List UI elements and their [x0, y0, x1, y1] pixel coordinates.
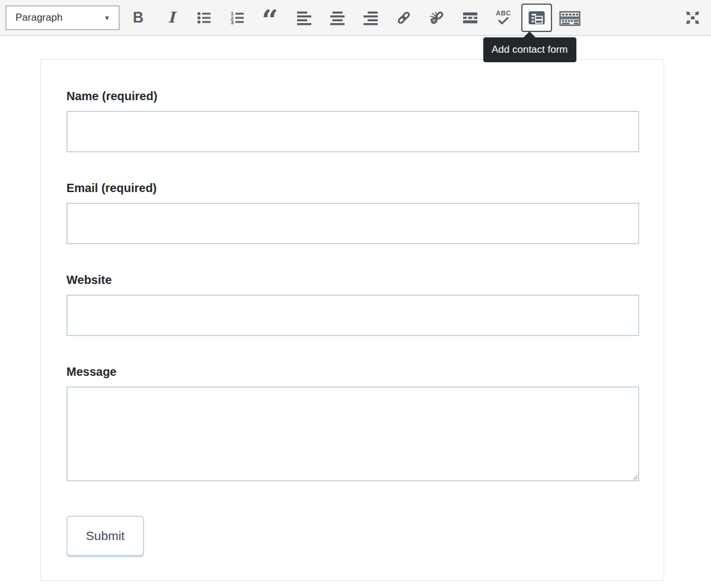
bold-icon: B	[133, 10, 144, 25]
spellcheck-icon: ABC	[496, 10, 511, 25]
add-contact-form-button[interactable]	[521, 4, 552, 32]
editor-toolbar: Paragraph ▼ B I 1 2 3	[0, 0, 711, 36]
contact-form-icon	[527, 8, 547, 28]
blockquote-icon: “	[263, 9, 279, 26]
bulleted-list-icon	[196, 9, 213, 26]
email-field-label: Email (required)	[66, 181, 639, 195]
more-tag-icon	[462, 9, 479, 26]
bulleted-list-button[interactable]	[196, 5, 213, 31]
fullscreen-button[interactable]	[684, 5, 701, 31]
numbered-list-button[interactable]: 1 2 3	[229, 5, 246, 31]
chevron-down-icon: ▼	[104, 14, 110, 21]
insert-link-button[interactable]	[396, 5, 412, 31]
spellcheck-button[interactable]: ABC	[495, 5, 512, 31]
email-input[interactable]	[66, 203, 639, 244]
svg-text:“: “	[263, 9, 278, 26]
insert-more-tag-button[interactable]	[462, 5, 479, 31]
svg-text:3: 3	[231, 20, 234, 25]
align-center-icon	[329, 9, 346, 26]
italic-icon: I	[168, 10, 175, 25]
numbered-list-icon: 1 2 3	[229, 9, 246, 26]
align-right-icon	[362, 9, 379, 26]
message-textarea[interactable]	[66, 386, 639, 481]
paragraph-format-dropdown[interactable]: Paragraph ▼	[5, 5, 120, 30]
tooltip-text: Add contact form	[492, 44, 568, 56]
name-input[interactable]	[66, 111, 639, 152]
align-center-button[interactable]	[329, 5, 346, 31]
submit-button[interactable]: Submit	[66, 516, 144, 556]
paragraph-format-value: Paragraph	[15, 12, 62, 24]
add-contact-form-tooltip: Add contact form	[483, 37, 576, 62]
contact-form-preview: Name (required) Email (required) Website…	[40, 59, 664, 581]
name-field-label: Name (required)	[66, 89, 639, 103]
italic-button[interactable]: I	[163, 5, 180, 31]
link-icon	[396, 9, 412, 27]
keyboard-icon	[559, 9, 581, 26]
website-field-label: Website	[66, 273, 639, 287]
message-field-label: Message	[66, 365, 639, 379]
align-right-button[interactable]	[362, 5, 379, 31]
blockquote-button[interactable]: “	[263, 5, 279, 31]
fullscreen-icon	[684, 9, 701, 27]
bold-button[interactable]: B	[130, 5, 146, 31]
editor-window: Paragraph ▼ B I 1 2 3	[0, 0, 711, 588]
remove-link-button[interactable]	[429, 5, 445, 31]
unlink-icon	[429, 9, 445, 27]
align-left-button[interactable]	[296, 5, 313, 31]
keyboard-shortcuts-button[interactable]	[559, 5, 581, 31]
align-left-icon	[296, 9, 313, 26]
website-input[interactable]	[66, 295, 639, 336]
